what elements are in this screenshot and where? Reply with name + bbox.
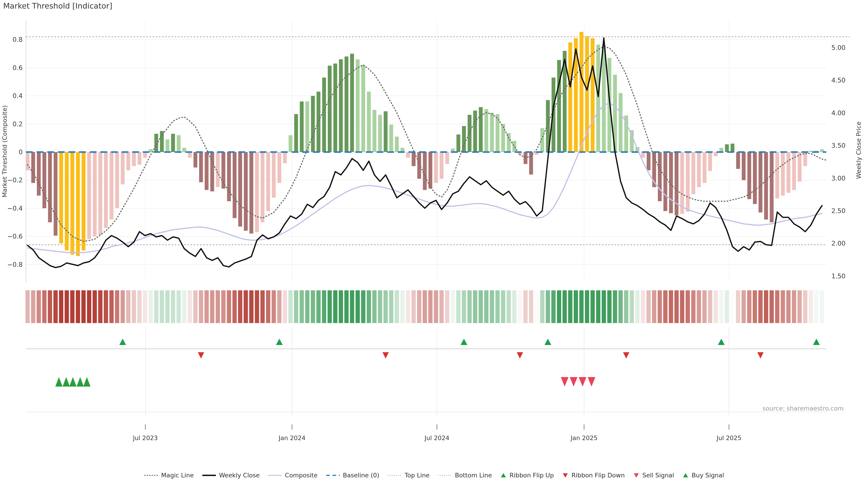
svg-text:4.00: 4.00 (831, 109, 845, 117)
legend-item-label: Baseline (0) (343, 472, 379, 479)
legend-item-label: Ribbon Flip Up (509, 472, 554, 479)
legend: Magic LineWeekly CloseCompositeBaseline … (0, 472, 868, 479)
legend-swatch-icon (144, 473, 158, 478)
svg-text:Jul 2023: Jul 2023 (132, 434, 158, 442)
svg-text:0: 0 (19, 149, 23, 156)
source-attribution: source: sharemaestro.com (763, 405, 844, 412)
legend-swatch-icon (326, 473, 340, 478)
svg-text:Jan 2025: Jan 2025 (570, 434, 597, 442)
sell-signal-markers (561, 377, 595, 387)
legend-swatch-icon (268, 473, 282, 478)
legend-swatch-icon (202, 473, 216, 478)
right-axis-tick-labels: 5.004.504.003.503.002.502.001.50 (831, 44, 845, 280)
legend-item-weekly-close: Weekly Close (202, 472, 260, 479)
svg-text:Weekly Close Price: Weekly Close Price (855, 122, 862, 179)
legend-item-label: Sell Signal (643, 472, 674, 479)
svg-text:3.50: 3.50 (831, 142, 845, 149)
legend-item-label: Composite (285, 472, 318, 479)
svg-text:Jul 2025: Jul 2025 (716, 434, 741, 442)
svg-text:0.6: 0.6 (12, 64, 23, 72)
svg-text:1.50: 1.50 (831, 272, 845, 280)
legend-item-label: Top Line (405, 472, 430, 479)
legend-item-magic-line: Magic Line (144, 472, 194, 479)
svg-text:5.00: 5.00 (831, 44, 845, 52)
svg-text:3.00: 3.00 (831, 175, 845, 182)
legend-item-top-line: Top Line (388, 472, 430, 479)
svg-text:0.8: 0.8 (12, 36, 23, 43)
svg-text:−0.4: −0.4 (7, 205, 23, 212)
legend-item-label: Ribbon Flip Down (571, 472, 625, 479)
svg-text:Market Threshold (Composite): Market Threshold (Composite) (1, 105, 8, 197)
triangle-down-icon (562, 473, 569, 478)
svg-text:−0.6: −0.6 (7, 233, 23, 240)
ribbon-flip-down-markers (198, 352, 764, 359)
svg-text:Jul 2024: Jul 2024 (424, 434, 450, 442)
legend-item-baseline-0-: Baseline (0) (326, 472, 379, 479)
svg-text:2.50: 2.50 (831, 207, 845, 215)
legend-swatch-icon (438, 473, 452, 478)
buy-signal-markers (55, 377, 91, 387)
legend-item-bottom-line: Bottom Line (438, 472, 492, 479)
svg-text:−0.8: −0.8 (7, 261, 23, 268)
momentum-ribbon (26, 290, 825, 323)
legend-item-label: Weekly Close (219, 472, 260, 479)
svg-text:0.2: 0.2 (12, 121, 23, 128)
x-axis: Jul 2023Jan 2024Jul 2024Jan 2025Jul 2025 (132, 424, 741, 442)
svg-text:Jan 2024: Jan 2024 (278, 434, 305, 442)
legend-item-label: Bottom Line (455, 472, 492, 479)
legend-item-ribbon-flip-up: Ribbon Flip Up (500, 472, 554, 479)
legend-item-label: Buy Signal (692, 472, 724, 479)
triangle-up-icon (500, 473, 507, 478)
svg-text:0.4: 0.4 (12, 92, 23, 100)
svg-text:−0.2: −0.2 (7, 176, 23, 184)
magic-line (28, 47, 828, 241)
legend-item-sell-signal: Sell Signal (633, 472, 674, 479)
triangle-up-icon (682, 473, 689, 478)
left-axis-tick-labels: 0.80.60.40.20−0.2−0.4−0.6−0.8 (7, 36, 23, 268)
legend-item-ribbon-flip-down: Ribbon Flip Down (562, 472, 625, 479)
legend-item-label: Magic Line (161, 472, 194, 479)
legend-swatch-icon (388, 473, 402, 478)
svg-text:4.50: 4.50 (831, 76, 845, 84)
market-threshold-chart: 0.80.60.40.20−0.2−0.4−0.6−0.85.004.504.0… (0, 0, 868, 465)
legend-item-composite: Composite (268, 472, 318, 479)
right-axis-title: Weekly Close Price (855, 122, 862, 179)
svg-text:2.00: 2.00 (831, 240, 845, 247)
triangle-down-icon (633, 473, 640, 478)
left-axis-title: Market Threshold (Composite) (1, 105, 8, 197)
legend-item-buy-signal: Buy Signal (682, 472, 724, 479)
ribbon-flip-up-markers (119, 339, 820, 345)
